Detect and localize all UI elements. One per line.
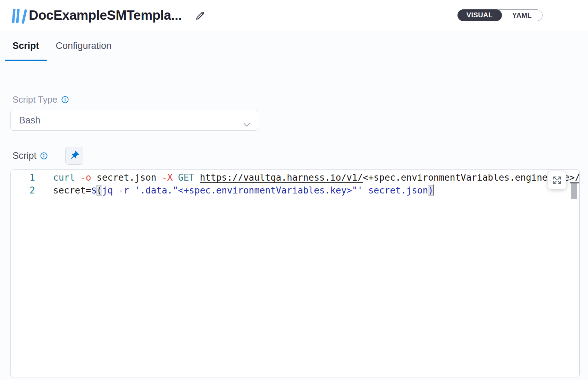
header: DocExampleSMTempla... VISUAL YAML bbox=[0, 0, 588, 31]
expand-icon bbox=[553, 176, 562, 185]
code-token bbox=[194, 172, 200, 183]
code-token bbox=[91, 172, 97, 183]
script-label-row: Script bbox=[12, 147, 588, 165]
code-token: <+spec.environmentVariables.engineName>/ bbox=[363, 172, 579, 183]
code-token: jq -r '.data."<+spec.environmentVariable… bbox=[102, 185, 428, 196]
code-token: secret= bbox=[53, 185, 91, 196]
visual-yaml-toggle: VISUAL YAML bbox=[457, 9, 543, 21]
code-token: GET bbox=[178, 172, 194, 183]
code-token: curl bbox=[53, 172, 75, 183]
script-type-label-row: Script Type bbox=[12, 94, 588, 105]
code-token: ) bbox=[428, 185, 434, 196]
code-text: curl -o secret.json -X GET https://vault… bbox=[53, 171, 579, 184]
code-token bbox=[75, 172, 81, 183]
toggle-yaml[interactable]: YAML bbox=[502, 10, 542, 21]
pushpin-icon bbox=[69, 150, 79, 161]
line-number[interactable]: 2 bbox=[11, 184, 35, 197]
editor-vertical-scrollbar-thumb[interactable] bbox=[571, 183, 577, 199]
code-line[interactable]: 1curl -o secret.json -X GET https://vaul… bbox=[11, 171, 579, 184]
script-code-editor[interactable]: 1curl -o secret.json -X GET https://vaul… bbox=[10, 169, 580, 378]
chevron-down-icon bbox=[243, 119, 250, 129]
tab-script[interactable]: Script bbox=[5, 31, 47, 61]
editor-lines: 1curl -o secret.json -X GET https://vaul… bbox=[11, 171, 579, 197]
expand-editor-button[interactable] bbox=[548, 171, 566, 189]
info-icon[interactable] bbox=[61, 96, 69, 104]
code-token: -o bbox=[80, 172, 91, 183]
script-label: Script bbox=[12, 150, 36, 161]
code-token: secret.json bbox=[96, 172, 156, 183]
code-token bbox=[173, 172, 178, 183]
text-cursor bbox=[434, 184, 434, 196]
template-library-icon bbox=[12, 8, 23, 23]
page-title: DocExampleSMTempla... bbox=[29, 8, 182, 23]
info-icon[interactable] bbox=[40, 152, 48, 160]
code-token bbox=[156, 172, 162, 183]
pencil-icon bbox=[194, 10, 206, 21]
code-token: https://vaultqa.harness.io/v1/ bbox=[200, 172, 363, 183]
code-line[interactable]: 2secret=$(jq -r '.data."<+spec.environme… bbox=[11, 184, 579, 197]
tab-bar: Script Configuration bbox=[0, 31, 588, 61]
code-token: ( bbox=[96, 185, 102, 196]
tab-configuration[interactable]: Configuration bbox=[47, 31, 121, 61]
script-type-value: Bash bbox=[19, 115, 41, 126]
script-type-label: Script Type bbox=[12, 94, 58, 105]
pin-script-button[interactable] bbox=[65, 147, 83, 165]
script-type-select[interactable]: Bash bbox=[10, 110, 258, 131]
toggle-visual[interactable]: VISUAL bbox=[457, 9, 502, 21]
line-number[interactable]: 1 bbox=[11, 171, 35, 184]
main-content: Script Type Bash Script bbox=[0, 94, 588, 378]
edit-title-button[interactable] bbox=[194, 10, 206, 21]
code-token: $ bbox=[91, 185, 97, 196]
code-token: -X bbox=[162, 172, 173, 183]
code-text: secret=$(jq -r '.data."<+spec.environmen… bbox=[53, 184, 579, 197]
